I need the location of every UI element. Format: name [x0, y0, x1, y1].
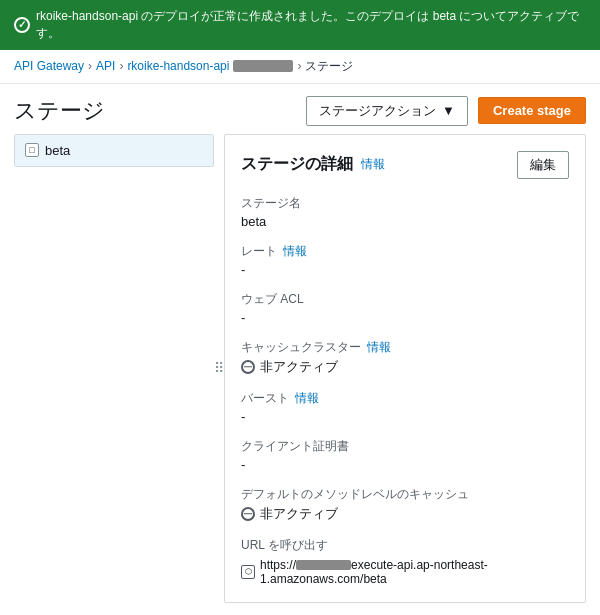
inactive-icon-default-cache — [241, 507, 255, 521]
url-value: ⬡ https://execute-api.ap-northeast-1.ama… — [241, 558, 569, 586]
field-value-default-cache: 非アクティブ — [241, 505, 569, 523]
breadcrumb-api[interactable]: API — [96, 59, 115, 73]
field-label-default-cache: デフォルトのメソッドレベルのキャッシュ — [241, 486, 569, 503]
detail-title-text: ステージの詳細 — [241, 154, 353, 175]
field-rate: レート 情報 - — [241, 243, 569, 277]
field-default-cache: デフォルトのメソッドレベルのキャッシュ 非アクティブ — [241, 486, 569, 523]
url-masked-part — [296, 560, 351, 570]
breadcrumb-current: ステージ — [305, 58, 353, 75]
rate-info-link[interactable]: 情報 — [283, 243, 307, 260]
field-label-burst: バースト 情報 — [241, 390, 569, 407]
breadcrumb-sep-3: › — [297, 59, 301, 73]
url-section: URL を呼び出す ⬡ https://execute-api.ap-north… — [241, 537, 569, 586]
main-content: □ beta ⠿ ステージの詳細 情報 編集 ステージ名 beta レート 情報 — [0, 134, 600, 615]
breadcrumb-api-gateway[interactable]: API Gateway — [14, 59, 84, 73]
inactive-icon-cache — [241, 360, 255, 374]
breadcrumb: API Gateway › API › rkoike-handson-api ›… — [0, 50, 600, 84]
detail-header: ステージの詳細 情報 編集 — [241, 151, 569, 179]
sidebar: □ beta — [14, 134, 214, 167]
url-icon: ⬡ — [241, 565, 255, 579]
sidebar-item-beta[interactable]: □ beta — [15, 135, 213, 166]
url-label: URL を呼び出す — [241, 537, 569, 554]
dropdown-arrow-icon: ▼ — [442, 103, 455, 118]
url-text: https://execute-api.ap-northeast-1.amazo… — [260, 558, 569, 586]
field-value-stage-name: beta — [241, 214, 569, 229]
page-title: ステージ — [14, 96, 105, 126]
field-label-cache-cluster: キャッシュクラスター 情報 — [241, 339, 569, 356]
burst-info-link[interactable]: 情報 — [295, 390, 319, 407]
field-burst: バースト 情報 - — [241, 390, 569, 424]
cache-info-link[interactable]: 情報 — [367, 339, 391, 356]
breadcrumb-sep-1: › — [88, 59, 92, 73]
detail-title: ステージの詳細 情報 — [241, 154, 385, 175]
field-web-acl: ウェブ ACL - — [241, 291, 569, 325]
field-client-cert: クライアント証明書 - — [241, 438, 569, 472]
field-label-stage-name: ステージ名 — [241, 195, 569, 212]
field-value-rate: - — [241, 262, 569, 277]
detail-panel: ステージの詳細 情報 編集 ステージ名 beta レート 情報 - ウェブ AC… — [224, 134, 586, 603]
breadcrumb-sep-2: › — [119, 59, 123, 73]
banner-text: rkoike-handson-api のデプロイが正常に作成されました。このデプ… — [36, 8, 586, 42]
sidebar-item-label-beta: beta — [45, 143, 70, 158]
field-value-web-acl: - — [241, 310, 569, 325]
breadcrumb-api-id-masked — [233, 60, 293, 72]
create-stage-button[interactable]: Create stage — [478, 97, 586, 124]
field-value-burst: - — [241, 409, 569, 424]
edit-button[interactable]: 編集 — [517, 151, 569, 179]
field-stage-name: ステージ名 beta — [241, 195, 569, 229]
field-label-client-cert: クライアント証明書 — [241, 438, 569, 455]
success-banner: ✓ rkoike-handson-api のデプロイが正常に作成されました。この… — [0, 0, 600, 50]
resize-handle[interactable]: ⠿ — [214, 134, 224, 603]
detail-info-link[interactable]: 情報 — [361, 156, 385, 173]
field-label-web-acl: ウェブ ACL — [241, 291, 569, 308]
stage-action-button[interactable]: ステージアクション ▼ — [306, 96, 468, 126]
stage-icon: □ — [25, 143, 39, 157]
field-cache-cluster: キャッシュクラスター 情報 非アクティブ — [241, 339, 569, 376]
field-value-client-cert: - — [241, 457, 569, 472]
header-actions: ステージアクション ▼ Create stage — [306, 96, 586, 126]
page-header: ステージ ステージアクション ▼ Create stage — [0, 84, 600, 134]
field-label-rate: レート 情報 — [241, 243, 569, 260]
stage-action-label: ステージアクション — [319, 102, 436, 120]
success-icon: ✓ — [14, 17, 30, 33]
breadcrumb-api-name[interactable]: rkoike-handson-api — [127, 59, 229, 73]
field-value-cache-cluster: 非アクティブ — [241, 358, 569, 376]
